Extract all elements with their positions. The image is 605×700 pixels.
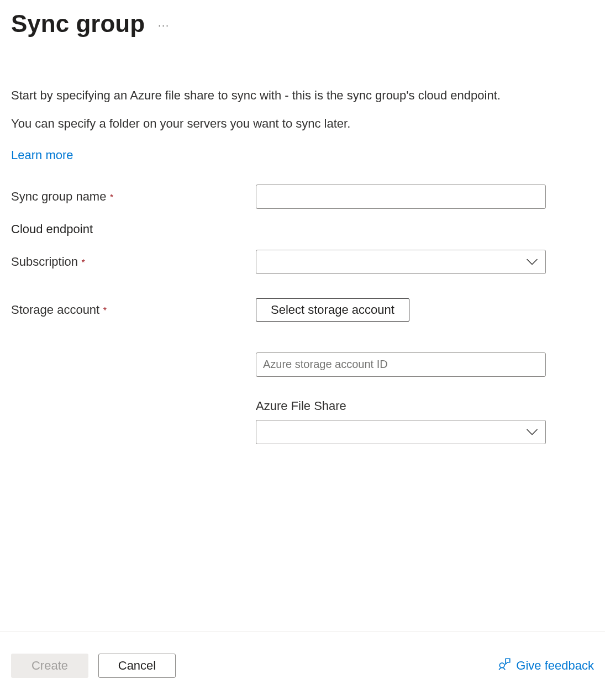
- azure-file-share-select[interactable]: [256, 420, 546, 444]
- required-indicator: *: [101, 306, 107, 315]
- required-indicator: *: [79, 258, 85, 267]
- storage-account-label: Storage account: [11, 303, 99, 317]
- subscription-row: Subscription *: [11, 250, 594, 274]
- storage-account-row: Storage account * Select storage account: [11, 298, 594, 322]
- intro-line-2: You can specify a folder on your servers…: [11, 115, 594, 133]
- give-feedback-link[interactable]: Give feedback: [497, 657, 594, 675]
- subscription-label: Subscription: [11, 255, 78, 269]
- azure-file-share-label: Azure File Share: [256, 399, 546, 413]
- svg-point-0: [500, 663, 505, 668]
- sync-group-name-row: Sync group name *: [11, 185, 594, 209]
- select-storage-account-button[interactable]: Select storage account: [256, 298, 409, 322]
- sync-group-name-input[interactable]: [256, 185, 546, 209]
- chevron-down-icon: [527, 425, 538, 438]
- page-footer: Create Cancel Give feedback: [0, 631, 605, 700]
- intro-line-1: Start by specifying an Azure file share …: [11, 87, 594, 104]
- more-actions-icon[interactable]: ···: [158, 20, 170, 31]
- page-title: Sync group: [11, 10, 145, 38]
- page-header: Sync group ···: [11, 10, 594, 38]
- feedback-icon: [497, 657, 512, 675]
- required-indicator: *: [107, 193, 113, 202]
- storage-account-id-row: [11, 352, 594, 377]
- cloud-endpoint-heading: Cloud endpoint: [11, 222, 594, 236]
- subscription-select[interactable]: [256, 250, 546, 274]
- feedback-label: Give feedback: [516, 659, 594, 673]
- cancel-button[interactable]: Cancel: [98, 654, 176, 678]
- storage-account-id-input[interactable]: [256, 352, 546, 377]
- chevron-down-icon: [527, 255, 538, 268]
- azure-file-share-row: Azure File Share: [11, 399, 594, 444]
- sync-group-name-label: Sync group name: [11, 190, 106, 203]
- learn-more-link[interactable]: Learn more: [11, 148, 73, 162]
- create-button[interactable]: Create: [11, 654, 88, 678]
